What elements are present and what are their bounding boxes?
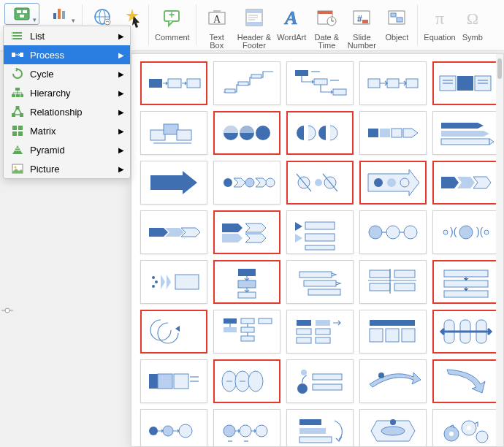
svg-point-104 bbox=[266, 178, 275, 187]
gallery-tile[interactable] bbox=[432, 310, 500, 354]
menu-item-process[interactable]: Process ▶ bbox=[4, 45, 130, 64]
scrollbar[interactable] bbox=[496, 54, 503, 446]
gallery-tile[interactable] bbox=[286, 359, 354, 403]
gallery-tile[interactable] bbox=[432, 260, 500, 304]
gallery-tile[interactable] bbox=[432, 111, 500, 155]
svg-rect-24 bbox=[318, 11, 332, 14]
svg-rect-47 bbox=[20, 53, 23, 57]
menu-item-hierarchy[interactable]: Hierarchy ▶ bbox=[4, 83, 130, 102]
matrix-icon bbox=[11, 124, 24, 137]
gallery-tile[interactable] bbox=[432, 359, 500, 403]
gallery-tile[interactable]: )()( bbox=[432, 210, 500, 254]
gallery-tile[interactable] bbox=[359, 61, 427, 105]
svg-point-95 bbox=[256, 126, 270, 140]
chart-icon bbox=[52, 6, 68, 22]
gallery-tile[interactable] bbox=[432, 409, 500, 447]
menu-item-relationship[interactable]: Relationship ▶ bbox=[4, 102, 130, 121]
gallery-tile[interactable] bbox=[359, 111, 427, 155]
svg-point-187 bbox=[256, 425, 267, 437]
svg-rect-81 bbox=[406, 79, 418, 88]
gallery-tile[interactable] bbox=[286, 310, 354, 354]
svg-point-183 bbox=[163, 426, 173, 436]
symbol-label: Symb bbox=[462, 34, 483, 42]
smartart-category-menu: List ▶ Process ▶ Cycle ▶ Hierarchy ▶ Rel… bbox=[3, 26, 131, 179]
gallery-tile[interactable] bbox=[213, 111, 280, 155]
gallery-tile[interactable] bbox=[140, 161, 207, 205]
menu-item-cycle[interactable]: Cycle ▶ bbox=[4, 64, 130, 83]
svg-rect-4 bbox=[53, 13, 56, 19]
svg-point-193 bbox=[381, 427, 405, 435]
svg-point-103 bbox=[245, 178, 254, 187]
svg-rect-114 bbox=[305, 234, 335, 241]
menu-item-list[interactable]: List ▶ bbox=[4, 26, 130, 45]
object-button[interactable]: Object bbox=[379, 1, 414, 45]
gallery-tile[interactable] bbox=[286, 111, 354, 155]
gallery-tile[interactable] bbox=[213, 161, 280, 205]
scrollbar-thumb[interactable] bbox=[497, 58, 502, 79]
gallery-tile[interactable] bbox=[286, 161, 354, 205]
gallery-tile[interactable] bbox=[140, 409, 207, 447]
svg-point-194 bbox=[390, 419, 396, 425]
gallery-tile[interactable] bbox=[432, 161, 500, 205]
svg-rect-159 bbox=[316, 337, 330, 343]
gallery-tile[interactable] bbox=[213, 409, 280, 447]
separator bbox=[148, 4, 149, 45]
svg-rect-69 bbox=[168, 79, 181, 88]
gallery-tile[interactable] bbox=[359, 310, 427, 354]
cycle-icon bbox=[11, 67, 24, 80]
gallery-tile[interactable] bbox=[432, 61, 500, 105]
svg-point-106 bbox=[315, 179, 322, 186]
gallery-tile[interactable] bbox=[213, 61, 280, 105]
gallery-tile[interactable] bbox=[286, 409, 354, 447]
svg-point-44 bbox=[12, 35, 12, 37]
svg-point-112 bbox=[400, 178, 409, 187]
date-time-button[interactable]: Date & Time bbox=[309, 1, 344, 53]
svg-rect-97 bbox=[380, 129, 390, 137]
svg-rect-1 bbox=[17, 10, 21, 13]
smartart-dropdown-button[interactable] bbox=[4, 3, 39, 25]
gallery-tile[interactable] bbox=[140, 359, 207, 403]
gallery-tile[interactable] bbox=[359, 161, 427, 205]
gallery-tile[interactable] bbox=[140, 310, 207, 354]
svg-rect-72 bbox=[238, 82, 248, 85]
svg-rect-83 bbox=[457, 76, 473, 91]
svg-rect-149 bbox=[241, 336, 254, 341]
svg-rect-134 bbox=[304, 280, 336, 286]
gallery-tile[interactable] bbox=[286, 210, 354, 254]
svg-rect-136 bbox=[370, 270, 390, 278]
svg-rect-130 bbox=[238, 269, 256, 276]
menu-item-label: List bbox=[30, 31, 45, 42]
comment-button[interactable]: + Comment bbox=[152, 1, 193, 45]
chart-dropdown-button[interactable] bbox=[42, 3, 77, 25]
slide-number-button[interactable]: # Slide Number bbox=[344, 1, 379, 53]
gallery-tile[interactable] bbox=[359, 210, 427, 254]
gallery-tile[interactable] bbox=[213, 310, 280, 354]
svg-rect-35 bbox=[397, 18, 402, 22]
svg-rect-146 bbox=[224, 327, 237, 332]
gallery-tile[interactable] bbox=[140, 260, 207, 304]
separator bbox=[417, 4, 418, 45]
menu-item-pyramid[interactable]: Pyramid ▶ bbox=[4, 140, 130, 159]
gallery-tile[interactable] bbox=[359, 260, 427, 304]
svg-point-198 bbox=[449, 432, 454, 436]
gallery-tile[interactable] bbox=[213, 359, 280, 403]
svg-rect-74 bbox=[295, 70, 308, 76]
gallery-tile[interactable] bbox=[286, 260, 354, 304]
gallery-tile[interactable] bbox=[359, 359, 427, 403]
gallery-tile[interactable] bbox=[140, 61, 207, 105]
menu-item-picture[interactable]: Picture ▶ bbox=[4, 159, 130, 178]
gallery-tile[interactable] bbox=[359, 409, 427, 447]
svg-rect-79 bbox=[368, 79, 380, 88]
gallery-tile[interactable] bbox=[213, 260, 280, 304]
wordart-button[interactable]: A WordArt bbox=[274, 1, 309, 45]
gallery-tile[interactable] bbox=[140, 210, 207, 254]
gallery-tile[interactable] bbox=[286, 61, 354, 105]
header-footer-button[interactable]: Header & Footer bbox=[234, 1, 274, 53]
svg-rect-46 bbox=[12, 53, 15, 57]
menu-item-matrix[interactable]: Matrix ▶ bbox=[4, 121, 130, 140]
gallery-tile[interactable] bbox=[213, 210, 280, 254]
svg-point-126 bbox=[152, 276, 155, 279]
gallery-tile[interactable] bbox=[140, 111, 207, 155]
text-box-button[interactable]: A Text Box bbox=[199, 1, 234, 53]
svg-rect-60 bbox=[12, 126, 17, 130]
